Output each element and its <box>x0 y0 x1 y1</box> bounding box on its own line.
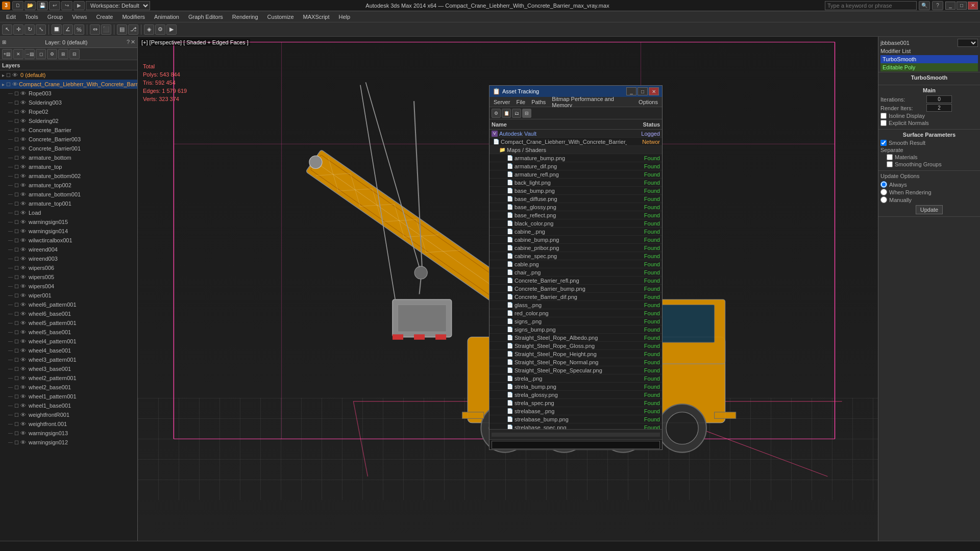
asset-row[interactable]: 📄armature_bump.pngFound <box>489 154 662 162</box>
layer-item[interactable]: —☐👁wipers005 <box>0 272 137 282</box>
smoothing-groups-checkbox[interactable] <box>887 161 893 167</box>
workspace-dropdown[interactable]: Workspace: DefaultWorkspace: Default <box>86 1 150 10</box>
panel-help-btn[interactable]: ? <box>127 39 130 45</box>
layer-item[interactable]: —☐👁wipers006 <box>0 263 137 272</box>
layer-item[interactable]: —☐👁armature_top002 <box>0 181 137 190</box>
layer-item[interactable]: —☐👁wireend003 <box>0 254 137 263</box>
update-button[interactable]: Update <box>916 205 943 214</box>
asset-row[interactable]: 📄red_color.pngFound <box>489 309 662 317</box>
new-layer-btn[interactable]: +▤ <box>2 49 12 59</box>
undo-btn[interactable]: ↩ <box>49 1 60 10</box>
asset-tb-1[interactable]: ⚙ <box>492 109 501 118</box>
redo-btn[interactable]: ↪ <box>61 1 72 10</box>
layer-item[interactable]: —☐👁wiper001 <box>0 291 137 300</box>
asset-row[interactable]: 📄cabine_pribor.pngFound <box>489 244 662 252</box>
manually-radio[interactable] <box>880 196 887 203</box>
layer-list[interactable]: ▸☐👁0 (default)▸☐👁Compact_Crane_Liebherr_… <box>0 70 137 541</box>
menu-tools[interactable]: Tools <box>21 12 42 22</box>
asset-row[interactable]: 📄Straight_Steel_Rope_Albedo.pngFound <box>489 334 662 342</box>
asset-row[interactable]: 📄strela_spec.pngFound <box>489 399 662 407</box>
search-btn[interactable]: 🔍 <box>919 1 930 10</box>
save-btn[interactable]: 💾 <box>37 1 48 10</box>
layer-settings-btn[interactable]: ⚙ <box>47 49 57 59</box>
panel-close-btn[interactable]: ✕ <box>131 39 135 45</box>
snaps-tool[interactable]: 🔲 <box>52 24 62 35</box>
menu-modifiers[interactable]: Modifiers <box>118 12 149 22</box>
align-tool[interactable]: ⬛ <box>101 24 111 35</box>
asset-row[interactable]: 📄strela_.pngFound <box>489 374 662 383</box>
render-setup[interactable]: ⚙ <box>155 24 165 35</box>
rotate-tool[interactable]: ↻ <box>24 24 35 35</box>
render-btn[interactable]: ▶ <box>74 1 85 10</box>
asset-row[interactable]: 📄signs_bump.pngFound <box>489 325 662 334</box>
layer-item[interactable]: —☐👁armature_top <box>0 162 137 171</box>
layer-item[interactable]: —☐👁Soldering003 <box>0 98 137 107</box>
asset-tb-2[interactable]: 📋 <box>502 109 511 118</box>
explicit-normals-row[interactable]: Explicit Normals <box>880 120 978 126</box>
isoline-checkbox[interactable] <box>880 113 887 119</box>
layer-item[interactable]: ▸☐👁Compact_Crane_Liebherr_With_Concrete_… <box>0 80 137 89</box>
asset-row[interactable]: 📄armature_dif.pngFound <box>489 162 662 170</box>
asset-row[interactable]: 📄Straight_Steel_Rope_Normal.pngFound <box>489 358 662 366</box>
new-btn[interactable]: 🗋 <box>12 1 23 10</box>
menu-grapheditors[interactable]: Graph Editors <box>184 12 227 22</box>
layer-item[interactable]: —☐👁warningsign014 <box>0 227 137 236</box>
scale-tool[interactable]: ⤡ <box>36 24 46 35</box>
asset-row[interactable]: VAutodesk VaultLogged <box>489 130 662 138</box>
menu-group[interactable]: Group <box>43 12 67 22</box>
asset-row[interactable]: 📄armature_refl.pngFound <box>489 170 662 179</box>
layer-item[interactable]: —☐👁warningsign012 <box>0 438 137 447</box>
asset-row[interactable]: 📄Concrete_Barrier_bump.pngFound <box>489 285 662 293</box>
layer-item[interactable]: —☐👁weightfront.001 <box>0 419 137 429</box>
asset-row[interactable]: 📄strelabase_.pngFound <box>489 407 662 415</box>
menu-rendering[interactable]: Rendering <box>228 12 262 22</box>
add-to-layer-btn[interactable]: →▤ <box>24 49 35 59</box>
layer-item[interactable]: —☐👁wheel2_pattern001 <box>0 373 137 383</box>
asset-row[interactable]: 📁Maps / Shaders <box>489 146 662 154</box>
asset-row[interactable]: 📄Compact_Crane_Liebherr_With_Concrete_Ba… <box>489 138 662 146</box>
asset-row[interactable]: 📄Concrete_Barrier_refl.pngFound <box>489 277 662 285</box>
help-btn[interactable]: ? <box>932 1 943 10</box>
asset-row[interactable]: 📄cable.pngFound <box>489 260 662 268</box>
layer-item[interactable]: —☐👁wheel1_base001 <box>0 401 137 410</box>
close-btn[interactable]: ✕ <box>968 2 978 10</box>
collapse-all-btn[interactable]: ⊟ <box>69 49 80 59</box>
layer-item[interactable]: —☐👁wireend004 <box>0 245 137 254</box>
asset-row[interactable]: 📄cabine_spec.pngFound <box>489 252 662 260</box>
asset-row[interactable]: 📄chair_.pngFound <box>489 268 662 277</box>
smooth-result-row[interactable]: Smooth Result <box>880 140 978 146</box>
layer-item[interactable]: —☐👁wheel5_pattern001 <box>0 318 137 328</box>
layer-item[interactable]: —☐👁Concrete_Barrier003 <box>0 135 137 144</box>
material-editor[interactable]: ◈ <box>144 24 154 35</box>
asset-menu-paths[interactable]: Paths <box>529 99 548 105</box>
layer-item[interactable]: —☐👁armature_bottom002 <box>0 171 137 181</box>
layer-item[interactable]: —☐👁wilwctircalbox001 <box>0 236 137 245</box>
asset-list[interactable]: VAutodesk VaultLogged📄Compact_Crane_Lieb… <box>489 130 662 429</box>
layer-item[interactable]: —☐👁Rope02 <box>0 107 137 116</box>
asset-row[interactable]: 📄base_reflect.pngFound <box>489 211 662 219</box>
asset-menu-bitmap[interactable]: Bitmap Performance and Memory <box>550 96 634 108</box>
layer-item[interactable]: —☐👁Concrete_Barrier <box>0 126 137 135</box>
always-radio[interactable] <box>880 181 887 188</box>
asset-row[interactable]: 📄cabine_bump.pngFound <box>489 236 662 244</box>
when-rendering-row[interactable]: When Rendering <box>880 189 978 195</box>
maximize-btn[interactable]: □ <box>957 2 967 10</box>
render-iters-input[interactable] <box>926 104 952 112</box>
asset-row[interactable]: 📄strelabase_bump.pngFound <box>489 415 662 423</box>
layer-item[interactable]: —☐👁wheel6_base001 <box>0 309 137 318</box>
dialog-min-btn[interactable]: _ <box>626 87 636 95</box>
layer-item[interactable]: —☐👁warningsign015 <box>0 217 137 227</box>
layer-item[interactable]: —☐👁Concrete_Barrier001 <box>0 144 137 153</box>
materials-checkbox[interactable] <box>887 154 893 160</box>
layer-item[interactable]: —☐👁wheel4_pattern001 <box>0 337 137 346</box>
open-btn[interactable]: 📂 <box>24 1 36 10</box>
layer-item[interactable]: —☐👁wheel2_base001 <box>0 383 137 392</box>
menu-animation[interactable]: Animation <box>150 12 183 22</box>
turbosm-modifier[interactable]: TurboSmooth <box>880 55 978 63</box>
isoline-row[interactable]: Isoline Display <box>880 113 978 119</box>
expand-all-btn[interactable]: ⊞ <box>58 49 68 59</box>
asset-row[interactable]: 📄Straight_Steel_Rope_Height.pngFound <box>489 350 662 358</box>
menu-create[interactable]: Create <box>92 12 117 22</box>
layer-item[interactable]: —☐👁wheel3_base001 <box>0 364 137 373</box>
layer-item[interactable]: —☐👁armature_bottom001 <box>0 190 137 199</box>
